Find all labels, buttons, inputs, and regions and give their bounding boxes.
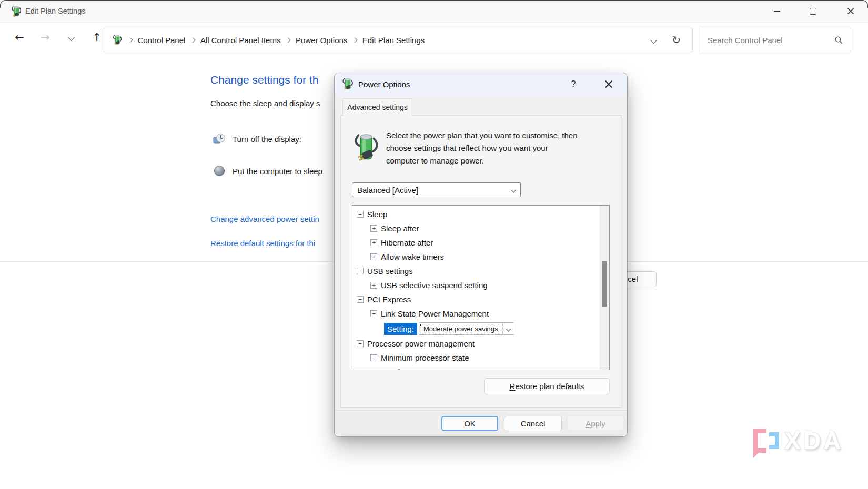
chevron-right-icon[interactable]	[286, 38, 290, 42]
breadcrumb-item[interactable]: Control Panel	[138, 36, 186, 45]
tree-item-label[interactable]: Setting:	[384, 323, 417, 335]
maximize-icon	[810, 8, 816, 15]
tree-item-label[interactable]: Setting:	[384, 368, 411, 370]
sleep-timeout-row: Put the computer to sleep	[213, 165, 322, 177]
tree-item-label[interactable]: Sleep	[367, 210, 387, 219]
power-options-dialog-icon	[342, 77, 354, 91]
sleep-timeout-label: Put the computer to sleep	[233, 167, 322, 176]
display-clock-icon	[213, 133, 226, 145]
tree-item-label[interactable]: USB settings	[367, 267, 413, 276]
restore-plan-defaults-button[interactable]: Restore plan defaults	[484, 378, 610, 394]
address-bar[interactable]: Control PanelAll Control Panel ItemsPowe…	[104, 28, 693, 52]
description-line: Select the power plan that you want to c…	[386, 129, 618, 142]
dialog-close-button[interactable]: ×	[600, 73, 618, 95]
expander-minus-icon[interactable]: −	[357, 268, 364, 274]
tree-item-label[interactable]: Link State Power Management	[381, 309, 489, 318]
expander-plus-icon[interactable]: +	[370, 225, 377, 232]
tree-item-label[interactable]: Minimum processor state	[381, 353, 469, 362]
xda-bracket-left	[753, 429, 766, 453]
close-button[interactable]: ×	[839, 0, 863, 22]
chevron-down-icon	[68, 34, 75, 41]
back-button[interactable]: ←	[13, 29, 26, 45]
chevron-right-icon[interactable]	[128, 38, 132, 42]
page-title: Change settings for th	[210, 74, 318, 86]
expander-minus-icon[interactable]: −	[370, 310, 377, 317]
expander-minus-icon[interactable]: −	[357, 296, 364, 303]
dialog-description: Select the power plan that you want to c…	[386, 129, 618, 167]
tree-row: −Processor power management	[352, 337, 600, 351]
tree-item-label[interactable]: Sleep after	[381, 224, 419, 233]
description-line: choose settings that reflect how you wan…	[386, 142, 618, 155]
tree-item-label[interactable]: USB selective suspend setting	[381, 281, 488, 290]
power-plan-select[interactable]: Balanced [Active]	[352, 182, 521, 197]
chevron-down-icon	[507, 188, 520, 192]
power-options-dialog: Power Options ? × Advanced settings Sele…	[334, 73, 628, 437]
display-timeout-row: Turn off the display:	[213, 133, 301, 145]
search-input[interactable]	[706, 35, 834, 45]
expander-minus-icon[interactable]: −	[357, 340, 364, 347]
apply-button[interactable]: Apply	[567, 416, 624, 431]
tree-item-label[interactable]: PCI Express	[367, 295, 411, 304]
tree-scrollbar[interactable]	[600, 206, 609, 370]
maximize-button[interactable]	[801, 0, 825, 22]
tree-row: −USB settings	[352, 264, 600, 278]
tree-row: Setting:Moderate power savings	[352, 321, 600, 337]
chevron-right-icon[interactable]	[353, 38, 357, 42]
help-button[interactable]: ?	[566, 73, 581, 95]
expander-minus-icon[interactable]: −	[357, 211, 364, 218]
tree-row: Setting:5%	[352, 365, 600, 370]
tree-row: +USB selective suspend setting	[352, 278, 600, 292]
tree-row: −Link State Power Management	[352, 307, 600, 321]
expander-plus-icon[interactable]: +	[370, 282, 377, 289]
tree-row: −Sleep	[352, 207, 600, 221]
ok-button[interactable]: OK	[441, 416, 498, 431]
edit-plan-settings-window: Edit Plan Settings × ← → ↑ Control Panel…	[0, 0, 868, 489]
expander-plus-icon[interactable]: +	[370, 253, 377, 260]
minimize-icon	[774, 11, 780, 12]
window-title: Edit Plan Settings	[25, 0, 85, 22]
description-line: computer to manage power.	[386, 155, 618, 167]
breadcrumb-item[interactable]: Power Options	[296, 36, 347, 45]
chevron-down-icon[interactable]	[502, 323, 514, 334]
tree-item-label[interactable]: Processor power management	[367, 339, 475, 348]
breadcrumb-item[interactable]: Edit Plan Settings	[362, 36, 425, 45]
power-options-breadcrumb-icon	[112, 34, 123, 46]
setting-value-combobox[interactable]: Moderate power savings	[419, 322, 514, 335]
scrollbar-thumb[interactable]	[602, 261, 607, 307]
tree-row: +Sleep after	[352, 221, 600, 236]
tree-item-label[interactable]: Hibernate after	[381, 238, 433, 247]
tab-advanced-settings[interactable]: Advanced settings	[342, 98, 412, 116]
xda-watermark: XDA	[753, 424, 843, 457]
forward-button[interactable]: →	[39, 29, 52, 45]
power-plan-battery-icon	[354, 130, 379, 165]
setting-value-link[interactable]: 5%	[414, 368, 426, 370]
minimize-button[interactable]	[765, 0, 789, 22]
setting-value-text: Moderate power savings	[420, 324, 501, 333]
refresh-button[interactable]: ↻	[672, 34, 681, 46]
tree-item-label[interactable]: Allow wake timers	[381, 252, 444, 261]
restore-defaults-link[interactable]: Restore default settings for thi	[210, 239, 315, 248]
expander-plus-icon[interactable]: +	[370, 239, 377, 246]
sleep-moon-icon	[213, 165, 226, 177]
nav-toolbar: ← → ↑	[0, 22, 103, 53]
xda-logo-text: XDA	[784, 426, 843, 455]
search-box	[699, 28, 851, 52]
up-button[interactable]: ↑	[90, 29, 103, 45]
close-icon: ×	[846, 6, 855, 17]
settings-tree-rows: −Sleep+Sleep after+Hibernate after+Allow…	[352, 207, 600, 370]
breadcrumb-item[interactable]: All Control Panel Items	[200, 36, 281, 45]
chevron-right-icon[interactable]	[191, 38, 195, 42]
power-plan-selected-value: Balanced [Active]	[357, 186, 507, 195]
page-subtitle: Choose the sleep and display s	[210, 99, 320, 108]
change-advanced-settings-link[interactable]: Change advanced power settin	[210, 215, 319, 223]
recent-pages-chevron[interactable]	[65, 29, 77, 45]
dialog-titlebar: Power Options	[335, 73, 627, 95]
cancel-button[interactable]: Cancel	[504, 416, 562, 431]
search-icon	[834, 36, 843, 45]
tree-row: −Minimum processor state	[352, 351, 600, 365]
address-dropdown-button[interactable]	[647, 32, 660, 48]
chevron-down-icon	[650, 37, 657, 44]
power-options-app-icon	[11, 5, 22, 18]
expander-minus-icon[interactable]: −	[370, 354, 377, 361]
settings-tree: −Sleep+Sleep after+Hibernate after+Allow…	[352, 205, 610, 370]
